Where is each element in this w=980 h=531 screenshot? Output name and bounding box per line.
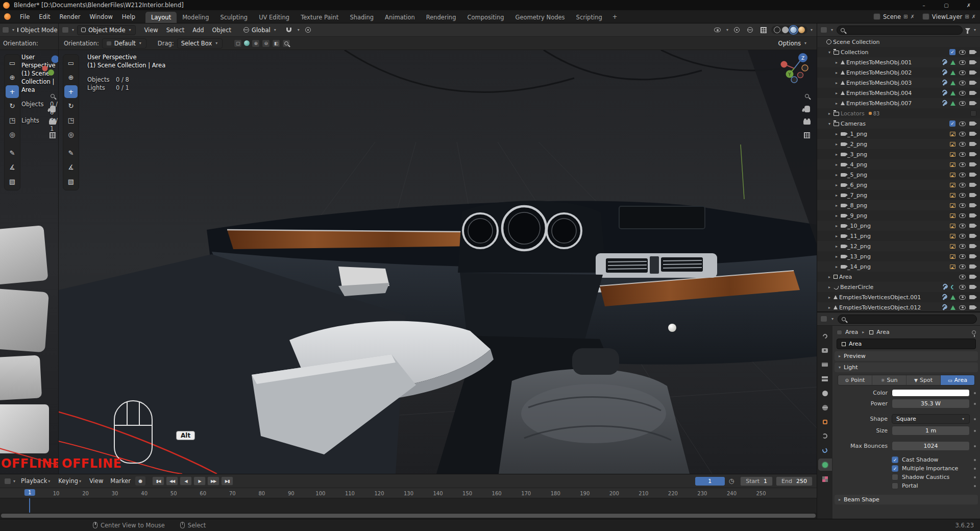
close-button[interactable]: ✗ [958, 0, 980, 10]
select-mode-extend-button[interactable]: ⊕ [252, 39, 260, 47]
workspace-tab-rendering[interactable]: Rendering [421, 12, 462, 23]
viewport-menu-view[interactable]: View [140, 25, 162, 35]
outliner-search-input[interactable] [837, 26, 963, 35]
shading-material-button[interactable] [790, 27, 797, 33]
axis-neg-z-ball[interactable] [791, 77, 797, 83]
ortho-grid-icon[interactable] [804, 132, 810, 138]
hide-eye-icon[interactable] [959, 224, 966, 228]
properties-tab-physics[interactable] [818, 444, 832, 456]
hide-eye-icon[interactable] [959, 254, 966, 259]
properties-tab-object-data[interactable] [818, 458, 832, 471]
disable-render-icon[interactable] [969, 142, 975, 146]
light-section-header[interactable]: ▾ Light [835, 363, 978, 372]
outliner-row[interactable]: ▸EmptiesToVerticesObject.012 [817, 302, 980, 311]
expand-arrow-icon[interactable]: ▸ [834, 244, 840, 249]
modifier-wrench-icon[interactable] [942, 101, 947, 106]
properties-tab-scene[interactable] [818, 387, 832, 399]
tool-annotate[interactable]: ✎ [6, 147, 19, 159]
timeline-track[interactable] [0, 498, 817, 513]
tool-add-cube[interactable]: ▧ [6, 175, 19, 188]
menu-file[interactable]: File [15, 12, 34, 22]
expand-arrow-icon[interactable]: ▸ [834, 224, 840, 228]
tool-measure[interactable]: ∡ [6, 161, 19, 174]
disable-render-icon[interactable] [969, 224, 975, 228]
axis-neg-y-ball[interactable] [798, 73, 803, 78]
hide-eye-icon[interactable] [959, 173, 966, 177]
disable-render-icon[interactable] [969, 264, 975, 269]
color-swatch[interactable] [892, 389, 970, 397]
disable-render-icon[interactable] [969, 173, 975, 177]
modifier-wrench-icon[interactable] [942, 70, 947, 76]
breadcrumb-data[interactable]: Area [876, 329, 889, 335]
hide-eye-icon[interactable] [959, 142, 966, 147]
unlink-scene-button[interactable]: ✗ [910, 14, 914, 19]
image-data-icon[interactable] [950, 162, 955, 167]
expand-arrow-icon[interactable]: ▸ [834, 60, 840, 65]
mesh-data-icon[interactable] [950, 81, 955, 85]
pan-hand-icon[interactable] [804, 106, 810, 112]
mesh-data-icon[interactable] [950, 305, 955, 310]
modifier-wrench-icon[interactable] [942, 80, 947, 86]
max-bounces-field[interactable]: 1024 [892, 441, 970, 451]
hide-eye-icon[interactable] [959, 234, 966, 238]
tool-transform[interactable]: ◎ [6, 128, 19, 141]
expand-arrow-icon[interactable]: ▸ [834, 264, 840, 269]
transport-prev-keyframe[interactable]: ◀◀ [166, 476, 178, 486]
properties-tab-world[interactable] [818, 401, 832, 414]
hide-eye-icon[interactable] [959, 264, 966, 269]
options-dropdown[interactable]: Options ▾ [774, 38, 812, 49]
menu-edit[interactable]: Edit [34, 12, 55, 22]
outliner-row[interactable]: ▸Locators83 [817, 108, 980, 118]
selectability-dropdown[interactable] [712, 25, 723, 35]
expand-arrow-icon[interactable]: ▸ [826, 111, 832, 116]
size-field[interactable]: 1 m [892, 426, 970, 436]
maximize-button[interactable]: ▢ [935, 0, 958, 10]
viewport-menu-object[interactable]: Object [208, 25, 235, 35]
breadcrumb-object[interactable]: Area [845, 329, 858, 335]
falloff-sphere-icon[interactable] [244, 40, 250, 46]
auto-keying-button[interactable]: ● [135, 476, 145, 486]
image-data-icon[interactable] [950, 213, 955, 218]
portal-checkbox[interactable] [892, 482, 898, 489]
disable-render-icon[interactable] [969, 132, 975, 136]
outliner-row[interactable]: ▸_9_png [817, 210, 980, 221]
disable-render-icon[interactable] [969, 50, 975, 54]
modifier-wrench-icon[interactable] [942, 60, 947, 65]
tool-rotate[interactable]: ↻ [64, 100, 78, 112]
expand-arrow-icon[interactable]: ▸ [826, 285, 832, 289]
disable-render-icon[interactable] [969, 81, 975, 85]
properties-tab-tool[interactable] [818, 330, 832, 342]
disable-render-icon[interactable] [969, 183, 975, 187]
mini-3d-viewport[interactable]: ▭⊕+↻◳◎✎∡▧ User Perspective (1) Scene Col… [0, 50, 59, 474]
workspace-tab-compositing[interactable]: Compositing [461, 12, 509, 23]
tool-search-button[interactable] [282, 39, 290, 47]
outliner-row[interactable]: ▸_6_png [817, 180, 980, 190]
expand-arrow-icon[interactable]: ▾ [826, 50, 832, 55]
image-data-icon[interactable] [950, 132, 955, 136]
editor-type-3dview-icon[interactable] [2, 27, 9, 33]
disable-render-icon[interactable] [969, 244, 975, 248]
outliner-row[interactable]: ▸EmptiesToMeshObj.003 [817, 78, 980, 88]
disable-render-icon[interactable] [969, 193, 975, 197]
expand-arrow-icon[interactable]: ▸ [834, 234, 840, 238]
animate-dot[interactable] [974, 430, 976, 432]
main-3d-viewport[interactable]: ▭⊕+↻◳◎✎∡▧ User Perspective (1) Scene Col… [59, 50, 817, 474]
use-preview-range-icon[interactable]: ◷ [729, 477, 734, 485]
pan-hand-icon[interactable] [50, 106, 56, 112]
properties-tab-object[interactable] [818, 416, 832, 428]
image-data-icon[interactable] [950, 234, 955, 238]
datablock-name-field[interactable]: Area [837, 339, 976, 349]
properties-tab-texture[interactable] [818, 473, 832, 485]
select-mode-new-button[interactable]: ▢ [234, 39, 242, 47]
disable-render-icon[interactable] [969, 203, 975, 207]
disable-render-icon[interactable] [969, 295, 975, 299]
mesh-data-icon[interactable] [950, 295, 955, 300]
scene-name[interactable]: Scene [883, 13, 901, 20]
modifier-wrench-icon[interactable] [942, 305, 947, 310]
disable-render-icon[interactable] [969, 91, 975, 95]
image-data-icon[interactable] [950, 224, 955, 228]
current-frame-line[interactable] [29, 498, 30, 513]
image-data-icon[interactable] [950, 254, 955, 259]
image-data-icon[interactable] [950, 152, 955, 157]
animate-dot[interactable] [974, 445, 976, 447]
